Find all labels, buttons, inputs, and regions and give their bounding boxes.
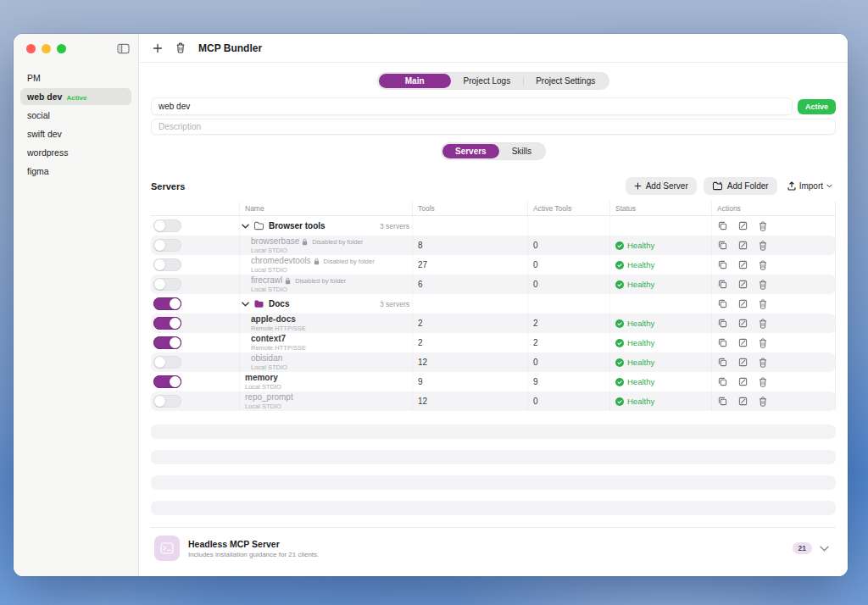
healthy-check-icon (615, 397, 624, 406)
edit-icon[interactable] (738, 280, 748, 289)
duplicate-icon[interactable] (718, 338, 727, 347)
healthy-check-icon (615, 378, 624, 386)
sidebar-toggle-icon[interactable] (117, 43, 130, 54)
toggle-knob (170, 298, 181, 309)
sidebar-item-label: web dev (27, 92, 62, 102)
edit-icon[interactable] (738, 358, 748, 367)
edit-icon[interactable] (738, 377, 748, 386)
folder-row[interactable]: Docs 3 servers (151, 294, 836, 314)
empty-row (151, 475, 836, 490)
sidebar-item-wordpress[interactable]: wordpress (20, 144, 131, 161)
server-row[interactable]: memory Local STDIO 9 9 Healthy (151, 372, 836, 391)
server-row[interactable]: context7 Remote HTTP/SSE 2 2 Healthy (151, 333, 836, 352)
server-transport: Local STDIO (245, 402, 293, 410)
server-toggle[interactable] (153, 395, 181, 408)
delete-icon[interactable] (759, 221, 767, 231)
headless-server-section[interactable]: Headless MCP Server Includes installatio… (151, 528, 836, 561)
add-icon[interactable] (153, 43, 163, 53)
duplicate-icon[interactable] (718, 221, 727, 230)
server-row[interactable]: firecrawl Disabled by folder Local STDIO… (151, 275, 836, 294)
delete-icon[interactable] (759, 241, 767, 251)
import-button[interactable]: Import (784, 177, 836, 195)
server-transport: Remote HTTP/SSE (251, 344, 306, 352)
duplicate-icon[interactable] (718, 241, 727, 250)
active-tools-count: 0 (527, 275, 609, 294)
add-server-button[interactable]: Add Server (626, 177, 697, 195)
server-row[interactable]: chromedevtools Disabled by folder Local … (151, 255, 836, 275)
folder-plus-icon (712, 181, 723, 191)
tab-project-settings[interactable]: Project Settings (523, 74, 608, 88)
server-toggle[interactable] (153, 356, 181, 369)
trash-icon[interactable] (175, 42, 186, 53)
status-label: Healthy (627, 338, 654, 347)
status-label: Healthy (627, 397, 654, 406)
edit-icon[interactable] (738, 397, 748, 406)
server-row[interactable]: obisidan Local STDIO 12 0 Healthy (151, 352, 836, 372)
status-label: Healthy (627, 260, 654, 269)
headless-server-controls: 21 (793, 542, 832, 554)
server-toggle[interactable] (153, 375, 181, 388)
delete-icon[interactable] (759, 319, 767, 329)
sidebar-item-label: PM (27, 73, 41, 83)
duplicate-icon[interactable] (718, 280, 727, 289)
server-transport: Remote HTTP/SSE (251, 325, 306, 332)
delete-icon[interactable] (759, 397, 767, 407)
edit-icon[interactable] (738, 338, 748, 347)
minimize-button[interactable] (42, 44, 51, 53)
active-status-button[interactable]: Active (798, 99, 836, 114)
server-row[interactable]: repo_prompt Local STDIO 12 0 Healthy (151, 391, 836, 411)
edit-icon[interactable] (738, 260, 748, 269)
delete-icon[interactable] (759, 260, 767, 270)
delete-icon[interactable] (759, 280, 767, 290)
duplicate-icon[interactable] (718, 260, 727, 269)
folder-row[interactable]: Browser tools 3 servers (151, 216, 836, 236)
active-tools-count: 0 (527, 236, 609, 255)
edit-icon[interactable] (738, 241, 748, 250)
delete-icon[interactable] (759, 338, 767, 348)
server-toggle[interactable] (153, 317, 181, 330)
sidebar-item-web-dev[interactable]: web dev Active (20, 88, 131, 105)
empty-row (151, 450, 836, 464)
edit-icon[interactable] (738, 299, 748, 308)
duplicate-icon[interactable] (718, 319, 727, 328)
folder-toggle[interactable] (153, 297, 181, 310)
delete-icon[interactable] (759, 299, 767, 309)
subtab-servers[interactable]: Servers (442, 144, 499, 158)
server-toggle[interactable] (153, 278, 181, 291)
server-transport: Local STDIO (251, 286, 346, 293)
sidebar-item-swift-dev[interactable]: swift dev (20, 125, 131, 142)
server-toggle[interactable] (153, 336, 181, 349)
tab-project-logs[interactable]: Project Logs (451, 74, 524, 88)
sidebar-item-pm[interactable]: PM (20, 69, 131, 86)
zoom-button[interactable] (57, 44, 66, 53)
subtab-skills[interactable]: Skills (499, 144, 544, 158)
delete-icon[interactable] (759, 377, 767, 387)
active-tools-count: 2 (527, 333, 609, 352)
server-row[interactable]: apple-docs Remote HTTP/SSE 2 2 Healthy (151, 314, 836, 333)
server-row[interactable]: browserbase Disabled by folder Local STD… (151, 236, 836, 255)
duplicate-icon[interactable] (718, 377, 727, 386)
tab-main[interactable]: Main (379, 74, 451, 88)
tools-count: 6 (412, 275, 527, 294)
healthy-check-icon (615, 261, 624, 269)
duplicate-icon[interactable] (718, 397, 727, 406)
server-toggle[interactable] (153, 258, 181, 271)
chevron-down-icon[interactable] (242, 302, 249, 307)
project-description-input[interactable] (151, 119, 836, 135)
sidebar-item-figma[interactable]: figma (20, 163, 131, 180)
add-folder-button[interactable]: Add Folder (704, 177, 777, 195)
duplicate-icon[interactable] (718, 299, 727, 308)
healthy-check-icon (615, 241, 624, 250)
edit-icon[interactable] (738, 221, 748, 230)
delete-icon[interactable] (759, 358, 767, 368)
edit-icon[interactable] (738, 319, 748, 328)
expand-chevron-icon[interactable] (820, 546, 829, 552)
active-tools-count: 0 (527, 352, 609, 372)
close-button[interactable] (26, 44, 36, 53)
folder-toggle[interactable] (153, 219, 181, 232)
project-name-input[interactable] (151, 97, 793, 115)
duplicate-icon[interactable] (718, 358, 727, 367)
chevron-down-icon[interactable] (242, 224, 249, 229)
sidebar-item-social[interactable]: social (20, 107, 131, 124)
server-toggle[interactable] (153, 239, 181, 252)
